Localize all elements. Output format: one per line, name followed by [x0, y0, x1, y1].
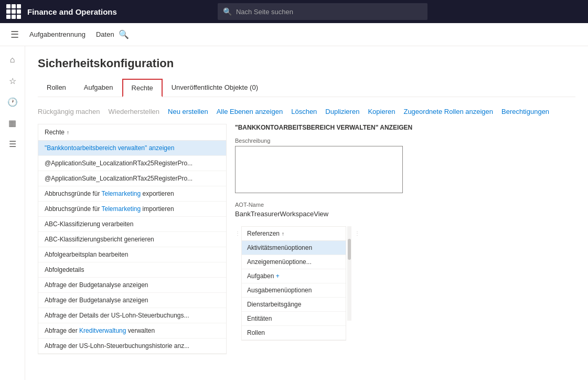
references-label: Referenzen [247, 230, 280, 237]
permissions-button[interactable]: Berechtigungen [501, 108, 549, 115]
new-button[interactable]: Neu erstellen [168, 108, 208, 115]
ref-item[interactable]: Entitäten [242, 312, 346, 326]
list-item[interactable]: @ApplicationSuite_LocalizationRTax25Regi… [38, 171, 226, 186]
list-item[interactable]: @ApplicationSuite_LocalizationRTax25Regi… [38, 156, 226, 171]
sidebar-recent-icon[interactable]: 🕐 [3, 92, 22, 111]
tab-unveroeff[interactable]: Unveröffentlichte Objekte (0) [163, 79, 267, 97]
main-layout: ⌂ ☆ 🕐 ▦ ☰ Sicherheitskonfiguration Rolle… [0, 46, 588, 380]
list-item[interactable]: Abfrage der US-Lohn-Steuerbuchungshistor… [38, 339, 226, 354]
top-bar: Finance and Operations 🔍 [0, 0, 588, 23]
undo-button[interactable]: Rückgängig machen [38, 108, 100, 115]
plus-icon: + [276, 272, 280, 280]
tab-rechte[interactable]: Rechte [122, 79, 163, 97]
main-content: Sicherheitskonfiguration Rollen Aufgaben… [25, 46, 588, 380]
nav-aufgabentrennung[interactable]: Aufgabentrennung [29, 30, 85, 38]
references-panel: Referenzen ↑ Aktivitätsmenüoptionen Anze… [241, 226, 346, 341]
list-item[interactable]: Abfrage der Details der US-Lohn-Steuerbu… [38, 308, 226, 323]
assigned-roles-button[interactable]: Zugeordnete Rollen anzeigen [403, 108, 493, 115]
detail-panel: "BANKKONTOARBEITSBEREICH VERWALTEN" ANZE… [235, 124, 575, 354]
app-title: Finance and Operations [27, 7, 117, 16]
references-sort-icon: ↑ [282, 231, 284, 237]
tab-rollen[interactable]: Rollen [38, 79, 75, 97]
references-section: ⋮ Referenzen ↑ Aktivitätsmenüoptionen An… [235, 226, 575, 341]
list-item[interactable]: Abbruchsgründe für Telemarketing exporti… [38, 186, 226, 202]
list-item[interactable]: ABC-Klassifizierung verarbeiten [38, 217, 226, 232]
list-item[interactable]: Abfrage der Kreditverwaltung verwalten [38, 323, 226, 339]
search-icon: 🔍 [223, 7, 232, 16]
nav-daten[interactable]: Daten [96, 30, 114, 38]
list-item[interactable]: Abfrage der Budgetanalyse anzeigen [38, 293, 226, 308]
page-title: Sicherheitskonfiguration [38, 57, 575, 70]
ref-item[interactable]: Ausgabemenüoptionen [242, 283, 346, 298]
ref-item[interactable]: Anzeigemenüoptione... [242, 255, 346, 269]
list-item[interactable]: Abfrage der Budgetanalyse anzeigen [38, 278, 226, 293]
second-bar: ☰ Aufgabentrennung Daten 🔍 [0, 23, 588, 46]
list-panel: Rechte ↑ "Bankkontoarbeitsbereich verwal… [38, 124, 227, 354]
list-item[interactable]: Abfolgearbeitsplan bearbeiten [38, 247, 226, 262]
duplicate-button[interactable]: Duplizieren [325, 108, 359, 115]
description-label: Beschreibung [235, 138, 575, 144]
global-search-input[interactable] [236, 8, 422, 16]
list-item[interactable]: "Bankkontoarbeitsbereich verwalten" anze… [38, 141, 226, 156]
second-nav: Aufgabentrennung Daten [29, 30, 114, 38]
drag-handle-left[interactable]: ⋮ [235, 226, 241, 236]
sort-arrow-icon: ↑ [67, 130, 69, 135]
app-grid-icon[interactable] [6, 4, 21, 19]
list-item[interactable]: Abfolgedetails [38, 262, 226, 278]
ref-item[interactable]: Aufgaben + [242, 269, 346, 283]
drag-handle-right[interactable]: ⋮ [355, 226, 361, 236]
list-item[interactable]: Abbruchsgründe für Telemarketing importi… [38, 202, 226, 217]
global-search[interactable]: 🔍 [218, 3, 427, 20]
menu-toggle-icon[interactable]: ☰ [5, 24, 24, 46]
link-telemarketing[interactable]: Telemarketing [102, 190, 141, 197]
detail-title: "BANKKONTOARBEITSBEREICH VERWALTEN" ANZE… [235, 124, 575, 131]
toolbar: Rückgängig machen Wiederherstellen Neu e… [38, 103, 575, 120]
sidebar: ⌂ ☆ 🕐 ▦ ☰ [0, 46, 25, 380]
delete-button[interactable]: Löschen [291, 108, 317, 115]
tabs: Rollen Aufgaben Rechte Unveröffentlichte… [38, 79, 575, 97]
references-scrollbar[interactable] [347, 226, 351, 321]
nav-search-icon[interactable]: 🔍 [119, 29, 129, 39]
scrollbar-thumb [348, 239, 351, 260]
show-all-button[interactable]: Alle Ebenen anzeigen [217, 108, 283, 115]
description-textarea[interactable] [235, 146, 403, 193]
copy-button[interactable]: Kopieren [368, 108, 395, 115]
redo-button[interactable]: Wiederherstellen [109, 108, 160, 115]
ref-item[interactable]: Aktivitätsmenüoptionen [242, 241, 346, 255]
ref-item[interactable]: Rollen [242, 326, 346, 340]
sidebar-modules-icon[interactable]: ☰ [3, 134, 22, 153]
references-header: Referenzen ↑ [242, 227, 346, 241]
list-header: Rechte ↑ [38, 124, 226, 141]
sidebar-workspaces-icon[interactable]: ▦ [3, 113, 22, 132]
sidebar-home-icon[interactable]: ⌂ [3, 50, 22, 69]
link-telemarketing2[interactable]: Telemarketing [102, 205, 141, 213]
aot-value: BankTreasurerWorkspaceView [235, 210, 575, 218]
link-kreditverwaltung[interactable]: Kreditverwaltung [79, 327, 126, 334]
sidebar-favorites-icon[interactable]: ☆ [3, 71, 22, 90]
aot-label: AOT-Name [235, 202, 575, 208]
ref-item[interactable]: Dienstarbeitsgänge [242, 298, 346, 312]
tab-aufgaben[interactable]: Aufgaben [75, 79, 122, 97]
list-item[interactable]: ABC-Klassifizierungsbericht generieren [38, 232, 226, 247]
content-area: Rechte ↑ "Bankkontoarbeitsbereich verwal… [38, 124, 575, 354]
list-header-label: Rechte [45, 129, 65, 136]
